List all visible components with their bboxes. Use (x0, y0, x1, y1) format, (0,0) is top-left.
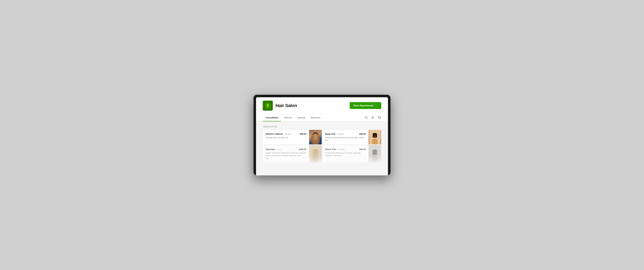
service-header: Balayage • 3 hrs $300.00 (266, 148, 306, 150)
service-name: Bang Trim (325, 133, 335, 135)
laptop-screen: Hair Salon Book Appointment → Consultati… (256, 97, 388, 175)
svg-rect-7 (314, 137, 316, 139)
service-description: Cutting only dead ends. No layers, textu… (325, 151, 366, 157)
header: Hair Salon Book Appointment → (256, 97, 388, 114)
svg-rect-32 (372, 150, 377, 155)
svg-rect-19 (373, 134, 377, 135)
woman1-illustration (309, 130, 322, 144)
service-price: $300.00 (299, 148, 306, 150)
svg-point-20 (374, 136, 374, 136)
svg-point-3 (372, 117, 373, 118)
svg-point-4 (378, 119, 379, 119)
fade-overlay (368, 155, 381, 162)
service-duration: • 50 mins (284, 133, 292, 135)
nav-tabs: Consultation Haircuts Coloring Manicures (263, 114, 323, 121)
woman2-illustration (368, 130, 381, 144)
svg-rect-6 (312, 138, 318, 144)
service-description: Subtle "sunkissed" dimension to the hair… (266, 151, 306, 160)
service-name-time: Bang Trim • 10 mins (325, 133, 344, 135)
service-card-womens-haircut[interactable]: Women's Haircut • 50 mins $95.00 Include… (263, 130, 322, 144)
tab-coloring[interactable]: Coloring (294, 114, 308, 121)
search-button[interactable] (364, 116, 368, 120)
service-name: Women's Haircut (266, 133, 283, 135)
service-name-time: Balayage • 3 hrs (266, 148, 281, 150)
service-name: Ghost Trim (325, 148, 336, 150)
svg-line-2 (367, 118, 368, 119)
service-name: Balayage (266, 148, 275, 150)
laptop-frame: Hair Salon Book Appointment → Consultati… (254, 95, 390, 175)
book-btn-label: Book Appointment (354, 104, 374, 107)
service-image-balayage (309, 145, 322, 162)
cart-button[interactable] (377, 116, 381, 120)
service-duration: • 3 hrs (276, 148, 281, 150)
section-label: CONSULTATION (263, 126, 381, 128)
service-card-ghost-trim[interactable]: Ghost Trim • 15 mins $25.00 Cutting only… (322, 145, 381, 163)
service-info: Ghost Trim • 15 mins $25.00 Cutting only… (322, 145, 368, 162)
service-duration: • 15 mins (337, 148, 345, 150)
book-appointment-button[interactable]: Book Appointment → (350, 102, 382, 109)
service-header: Bang Trim • 10 mins $40.00 (325, 133, 366, 135)
salon-title: Hair Salon (276, 103, 297, 108)
arrow-right-icon: → (375, 104, 377, 107)
laptop-notch (314, 95, 330, 97)
service-card-bang-trim[interactable]: Bang Trim • 10 mins $40.00 Add face fram… (322, 130, 381, 144)
svg-point-9 (313, 133, 318, 136)
service-price: $40.00 (359, 133, 366, 135)
service-name-time: Women's Haircut • 50 mins (266, 133, 291, 135)
service-price: $25.00 (359, 148, 366, 150)
logo-icon (264, 102, 271, 109)
services-grid: Women's Haircut • 50 mins $95.00 Include… (263, 130, 381, 163)
tab-consultation[interactable]: Consultation (263, 114, 281, 121)
svg-point-21 (375, 136, 376, 136)
nav-icons (364, 116, 381, 120)
svg-point-26 (313, 149, 318, 152)
service-description: Includes wash and blow dry (266, 136, 306, 139)
service-description: Add face framing-detail to your look wit… (325, 136, 366, 142)
service-name-time: Ghost Trim • 15 mins (325, 148, 345, 150)
service-image-ghost-trim (368, 145, 381, 162)
account-button[interactable] (371, 116, 375, 120)
header-left: Hair Salon (263, 101, 297, 111)
svg-point-5 (380, 119, 380, 119)
service-info: Bang Trim • 10 mins $40.00 Add face fram… (322, 130, 368, 144)
cart-icon (378, 116, 381, 119)
svg-point-11 (316, 134, 319, 137)
content: CONSULTATION Women's Haircut • 50 mins $… (256, 121, 388, 168)
service-image-bang-trim (368, 130, 381, 144)
salon-logo (263, 101, 273, 111)
fade-overlay (309, 155, 322, 162)
service-header: Ghost Trim • 15 mins $25.00 (325, 148, 366, 150)
service-duration: • 10 mins (336, 133, 344, 135)
service-image-womens-haircut (309, 130, 322, 144)
tab-haircuts[interactable]: Haircuts (281, 114, 294, 121)
service-card-balayage[interactable]: Balayage • 3 hrs $300.00 Subtle "sunkiss… (263, 145, 322, 163)
account-icon (371, 116, 374, 119)
service-price: $95.00 (300, 133, 306, 135)
svg-point-12 (314, 135, 317, 137)
nav-bar: Consultation Haircuts Coloring Manicures (256, 114, 388, 121)
service-info: Balayage • 3 hrs $300.00 Subtle "sunkiss… (263, 145, 309, 162)
search-icon (365, 116, 368, 119)
svg-point-8 (314, 134, 318, 138)
svg-point-10 (312, 134, 314, 137)
service-info: Women's Haircut • 50 mins $95.00 Include… (263, 130, 309, 144)
tab-manicures[interactable]: Manicures (308, 114, 323, 121)
service-header: Women's Haircut • 50 mins $95.00 (266, 133, 306, 135)
svg-rect-14 (372, 139, 378, 144)
